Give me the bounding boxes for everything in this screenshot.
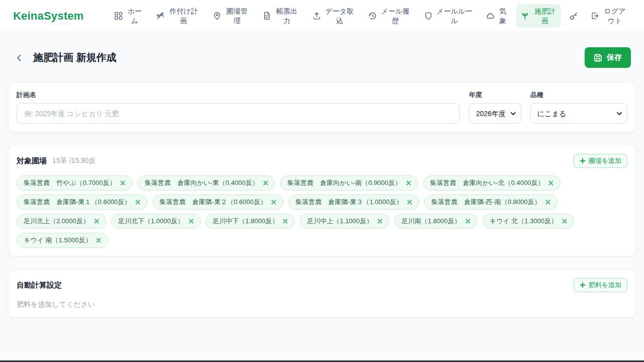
add-fertilizer-button[interactable]: 肥料を追加 <box>574 278 627 292</box>
field-tag: 集落営農 倉庫向かい-北（0.4000反） <box>423 175 561 191</box>
field-tag-label: 集落営農 倉庫隣-東２（0.6000反） <box>159 198 267 207</box>
nav-item-label: データ取込 <box>325 7 354 25</box>
field-tag: 集落営農 倉庫向かい-東（0.4000反） <box>137 175 275 191</box>
field-tag-label: キウイ 南（1.5000反） <box>24 236 92 245</box>
cloud-icon <box>486 12 495 20</box>
nav-item-data-import[interactable]: データ取込 <box>308 4 359 27</box>
add-field-button-label: 圃場を追加 <box>589 156 621 165</box>
remove-field-button[interactable] <box>465 219 470 224</box>
grid-icon <box>114 12 123 20</box>
top-navigation: KeinaSystem ホーム 作付け計画 圃場管理 帳票出力 データ取込 メー… <box>0 0 644 32</box>
close-icon <box>407 200 412 205</box>
field-tag: 足川北上（2.0000反） <box>17 214 106 229</box>
year-group: 年度 2026年度 <box>469 90 521 124</box>
field-tag-label: 集落営農 倉庫隣-東３（1.0000反） <box>295 198 403 207</box>
field-tag-label: 足川北下（1.0000反） <box>118 217 184 226</box>
remove-field-button[interactable] <box>377 219 382 224</box>
remove-field-button[interactable] <box>271 200 276 205</box>
chevron-left-icon <box>14 53 24 63</box>
close-icon <box>135 200 140 205</box>
close-icon <box>406 180 411 186</box>
remove-field-button[interactable] <box>263 180 268 186</box>
auto-calc-title: 自動計算設定 <box>17 281 62 290</box>
nav-item-home[interactable]: ホーム <box>110 4 146 27</box>
field-tag: キウイ 北（1.3000反） <box>482 214 574 229</box>
plus-icon <box>580 282 586 288</box>
field-tag-label: 足川中下（1.8000反） <box>213 217 279 226</box>
target-fields-card: 対象圃場 15筆 /15.90反 圃場を追加 集落営農 竹やぶ（0.7000反）… <box>8 145 636 256</box>
target-fields-summary: 15筆 /15.90反 <box>52 156 96 165</box>
add-field-button[interactable]: 圃場を追加 <box>574 154 627 168</box>
target-fields-title: 対象圃場 <box>17 156 47 166</box>
nav-item-weather[interactable]: 気象 <box>481 4 511 27</box>
nav-item-report-output[interactable]: 帳票出力 <box>258 4 303 27</box>
field-tag-label: 足川南（1.8000反） <box>401 217 461 226</box>
shield-icon <box>424 12 433 20</box>
remove-field-button[interactable] <box>562 219 567 224</box>
logout-icon <box>591 12 599 20</box>
nav-item-mail-rules[interactable]: メールルール <box>420 4 477 27</box>
save-icon <box>594 53 602 62</box>
nav-item-logout[interactable]: ログアウト <box>586 4 631 27</box>
nav-item-label: 作付け計画 <box>169 7 199 25</box>
page-header: 施肥計画 新規作成 保存 <box>8 32 636 82</box>
remove-field-button[interactable] <box>406 180 411 186</box>
nav-item-label: 圃場管理 <box>225 7 249 25</box>
close-icon <box>94 219 99 224</box>
remove-field-button[interactable] <box>189 219 194 224</box>
field-tag-label: 集落営農 倉庫向かい-南（0.9000反） <box>287 178 401 188</box>
variety-select[interactable]: にこまる <box>530 103 627 124</box>
sprout-icon <box>521 12 529 20</box>
field-tag-list: 集落営農 竹やぶ（0.7000反） 集落営農 倉庫向かい-東（0.4000反） … <box>17 175 627 248</box>
field-tag: 足川中上（1.1000反） <box>300 214 389 229</box>
nav-item-label: メールルール <box>437 7 472 25</box>
remove-field-button[interactable] <box>545 200 550 205</box>
field-tag: 集落営農 倉庫向かい-南（0.9000反） <box>280 175 418 191</box>
variety-label: 品種 <box>530 90 627 100</box>
variety-group: 品種 にこまる <box>530 90 627 124</box>
auto-calc-card: 自動計算設定 肥料を追加 肥料を追加してください <box>8 269 636 318</box>
remove-field-button[interactable] <box>94 219 99 224</box>
plan-name-input[interactable] <box>17 103 460 124</box>
map-pin-icon <box>213 12 221 20</box>
remove-field-button[interactable] <box>283 219 288 224</box>
nav-item-planting-plan[interactable]: 作付け計画 <box>151 4 203 27</box>
plan-name-label: 計画名 <box>17 90 460 100</box>
field-tag: 集落営農 倉庫隣-西-南（0.8000反） <box>424 195 557 210</box>
remove-field-button[interactable] <box>135 200 140 205</box>
field-tag-label: 集落営農 竹やぶ（0.7000反） <box>24 178 116 188</box>
back-button[interactable] <box>13 52 25 64</box>
close-icon <box>465 219 470 224</box>
close-icon <box>189 219 194 224</box>
year-select[interactable]: 2026年度 <box>469 103 521 124</box>
remove-field-button[interactable] <box>407 200 412 205</box>
close-icon <box>283 219 288 224</box>
page-title: 施肥計画 新規作成 <box>33 51 585 64</box>
nav-item-label: 帳票出力 <box>275 7 298 25</box>
remove-field-button[interactable] <box>548 180 553 186</box>
close-icon <box>562 219 567 224</box>
field-tag: 足川中下（1.8000反） <box>206 214 295 229</box>
remove-field-button[interactable] <box>120 180 125 186</box>
key-icon <box>569 12 578 21</box>
field-tag-label: キウイ 北（1.3000反） <box>490 217 557 226</box>
field-tag: 集落営農 倉庫隣-東３（1.0000反） <box>288 195 419 210</box>
close-icon <box>271 200 276 205</box>
field-tag-label: 集落営農 倉庫隣-西-南（0.8000反） <box>431 198 540 207</box>
remove-field-button[interactable] <box>96 238 101 243</box>
plan-form-card: 計画名 年度 2026年度 品種 にこまる <box>8 82 636 132</box>
field-tag-label: 集落営農 倉庫向かい-東（0.4000反） <box>144 178 259 188</box>
upload-icon <box>312 12 321 20</box>
field-tag-label: 足川北上（2.0000反） <box>24 217 90 226</box>
add-fertilizer-button-label: 肥料を追加 <box>589 281 621 290</box>
main-content: 施肥計画 新規作成 保存 計画名 年度 2026年度 品種 <box>0 32 644 318</box>
field-tag: 集落営農 竹やぶ（0.7000反） <box>17 175 132 191</box>
plus-icon <box>580 158 586 164</box>
save-button[interactable]: 保存 <box>585 47 631 68</box>
nav-item-mail-history[interactable]: メール履歴 <box>364 4 415 27</box>
field-tag: キウイ 南（1.5000反） <box>17 233 108 248</box>
field-tag-label: 集落営農 倉庫隣-東１（0.6000反） <box>24 198 131 207</box>
api-key-button[interactable] <box>566 9 581 24</box>
nav-item-field-management[interactable]: 圃場管理 <box>208 4 253 27</box>
nav-item-fertilization-plan[interactable]: 施肥計画 <box>516 4 561 27</box>
